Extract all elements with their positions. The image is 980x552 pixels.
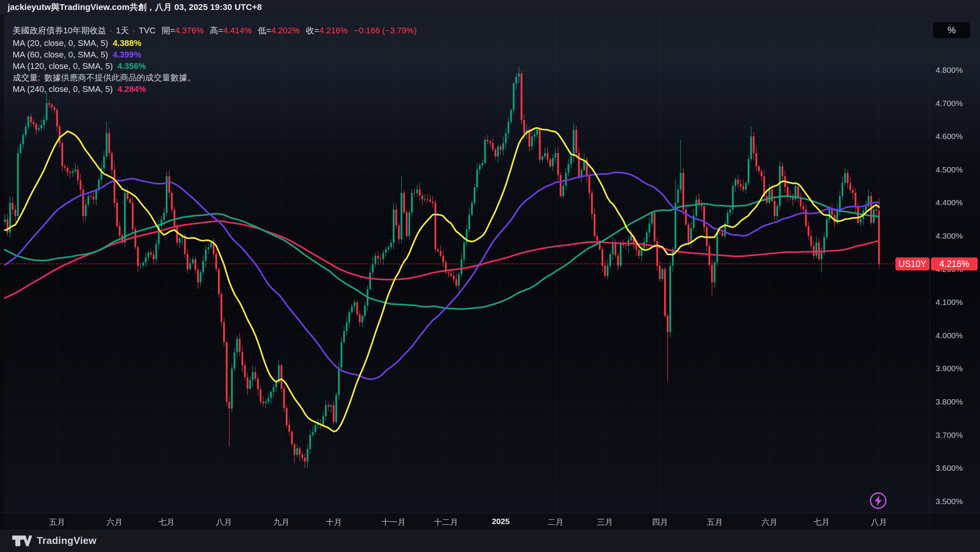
x-axis-label: 三月 xyxy=(582,517,628,527)
change-value: −0.166 (−3.79%) xyxy=(354,26,416,35)
x-axis-label: 二月 xyxy=(532,517,578,527)
legend-ma-row[interactable]: MA (20, close, 0, SMA, 5)4.388% xyxy=(13,38,141,49)
x-axis-label: 十月 xyxy=(311,517,357,527)
x-axis-label: 十二月 xyxy=(423,517,469,527)
legend-ma-row[interactable]: MA (240, close, 0, SMA, 5)4.284% xyxy=(13,84,146,95)
price-axis-border xyxy=(929,15,930,529)
y-axis-label: 4.100% xyxy=(936,298,978,307)
x-axis-label: 八月 xyxy=(856,517,902,527)
legend-row-label: MA (60, close, 0, SMA, 5) xyxy=(13,50,108,59)
y-axis-label: 4.000% xyxy=(936,331,978,340)
legend-row-label: MA (120, close, 0, SMA, 5) xyxy=(13,61,113,71)
candle-series xyxy=(4,67,880,468)
tradingview-chart-window: jackieyutw與TradingView.com共創，八月 03, 2025… xyxy=(0,0,980,552)
y-axis-label: 3.900% xyxy=(936,364,978,373)
ohlc-item: 低=4.202% xyxy=(258,26,299,35)
footer-bar: TradingView xyxy=(0,529,980,552)
legend-ma-value: 4.356% xyxy=(118,61,146,71)
legend-ma-row[interactable]: MA (120, close, 0, SMA, 5)4.356% xyxy=(13,61,146,72)
x-axis-label: 十一月 xyxy=(371,517,416,527)
tradingview-logo[interactable]: TradingView xyxy=(12,534,96,547)
x-axis-label: 五月 xyxy=(692,517,738,527)
x-axis-label: 四月 xyxy=(637,517,683,527)
y-axis-label: 4.600% xyxy=(936,132,978,141)
lightning-icon xyxy=(869,492,887,509)
legend-ma-value: 4.388% xyxy=(113,38,141,48)
ohlc-values: 開=4.376%高=4.414%低=4.202%收=4.216% xyxy=(155,26,348,35)
legend-ma-value: 4.399% xyxy=(113,50,141,59)
legend-row-label: MA (20, close, 0, SMA, 5) xyxy=(13,38,108,48)
legend-row-label: MA (240, close, 0, SMA, 5) xyxy=(13,84,113,94)
legend-volume-row[interactable]: 成交量:數據供應商不提供此商品的成交量數據。 xyxy=(13,72,196,84)
x-axis-label: 七月 xyxy=(799,517,844,527)
interval-value[interactable]: 1天 xyxy=(116,26,129,35)
x-axis-label: 八月 xyxy=(201,517,247,527)
y-axis-label: 3.700% xyxy=(936,431,978,440)
y-axis-label: 4.400% xyxy=(936,198,978,207)
ohlc-item: 開=4.376% xyxy=(162,26,203,35)
x-axis-label: 2025 xyxy=(478,517,524,526)
symbol-name[interactable]: 美國政府債券10年期收益 xyxy=(13,26,106,35)
y-axis-label: 3.600% xyxy=(936,464,978,473)
price-tag-symbol: US10Y xyxy=(895,257,929,270)
exchange-name: TVC xyxy=(139,26,155,35)
price-tag-value: 4.216% xyxy=(931,257,978,270)
x-axis-label: 五月 xyxy=(34,517,80,527)
y-axis-label: 4.500% xyxy=(936,165,978,174)
tradingview-logo-icon xyxy=(12,534,32,547)
legend-symbol-row[interactable]: 美國政府債券10年期收益·1天·TVC開=4.376%高=4.414%低=4.2… xyxy=(13,25,416,36)
y-axis-label: 4.300% xyxy=(936,231,978,241)
ohlc-item: 收=4.216% xyxy=(306,26,348,35)
separator-dot: · xyxy=(132,26,135,35)
tradingview-logo-text: TradingView xyxy=(37,535,96,547)
y-axis-label: 4.800% xyxy=(936,66,978,75)
y-axis-label: 3.500% xyxy=(936,497,978,506)
y-axis-label: 3.800% xyxy=(936,397,978,406)
ma-60-line xyxy=(5,172,879,379)
percent-scale-button[interactable]: % xyxy=(933,22,971,39)
x-axis-label: 九月 xyxy=(258,517,304,527)
volume-message: 數據供應商不提供此商品的成交量數據。 xyxy=(44,73,196,82)
legend-ma-value: 4.284% xyxy=(118,84,146,94)
ma-120-line xyxy=(5,196,879,309)
y-axis-label: 4.700% xyxy=(936,99,978,108)
legend-row-label: 成交量: xyxy=(13,73,40,82)
ohlc-item: 高=4.414% xyxy=(210,26,252,35)
boost-button[interactable] xyxy=(869,492,887,509)
legend-ma-row[interactable]: MA (60, close, 0, SMA, 5)4.399% xyxy=(13,49,141,61)
x-axis-label: 七月 xyxy=(144,517,189,527)
x-axis-label: 六月 xyxy=(746,517,792,527)
x-axis-label: 六月 xyxy=(91,517,137,527)
separator-dot: · xyxy=(109,26,112,35)
